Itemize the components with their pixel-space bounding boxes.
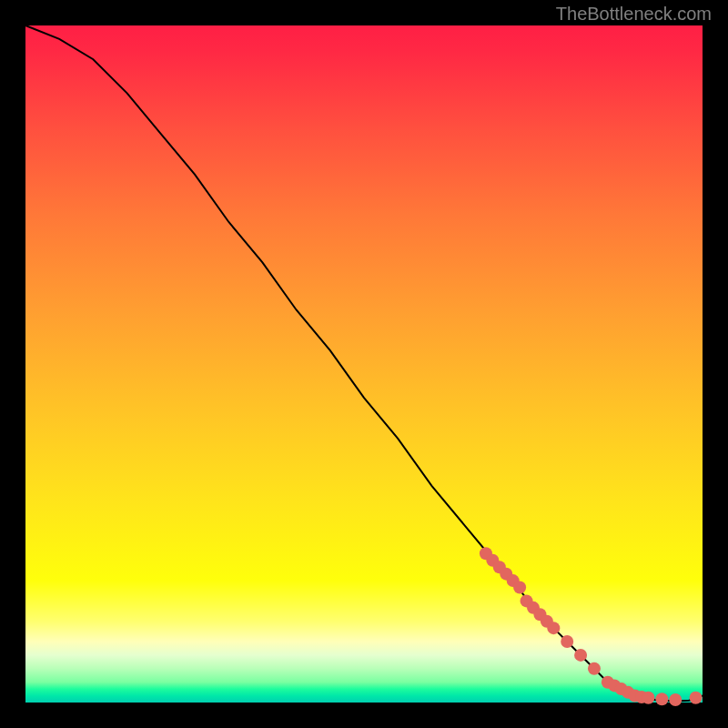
bottleneck-curve [25,25,703,702]
highlight-marker [588,662,601,675]
watermark-text: TheBottleneck.com [556,4,712,25]
highlight-marker [574,649,587,662]
plot-area [25,25,703,703]
highlight-marker [513,581,526,594]
highlight-marker [547,622,560,634]
chart-svg [25,25,703,703]
highlight-marker [669,693,682,706]
highlight-marker [690,692,703,704]
highlight-marker [561,635,573,648]
highlight-marker [655,693,668,705]
highlight-marker [642,692,654,704]
chart-container: TheBottleneck.com [0,0,728,728]
